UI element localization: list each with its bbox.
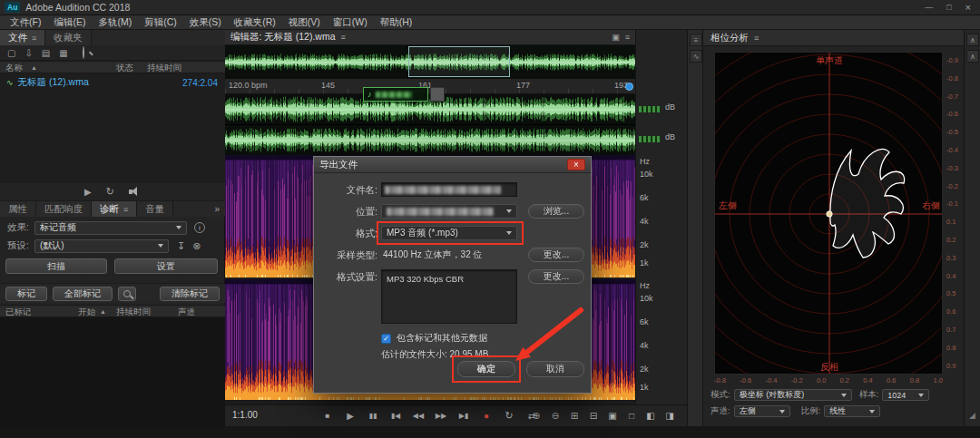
scale-select[interactable]: 线性 xyxy=(824,405,880,417)
save-preset-icon[interactable]: ↧ xyxy=(177,240,185,252)
zoom-right-edge-button[interactable]: ◨ xyxy=(662,409,677,423)
tab-diagnostics[interactable]: 诊断 ≡ xyxy=(92,201,137,217)
file-row[interactable]: ∿ 无标题 (12).wma 274:2.04 xyxy=(0,76,225,89)
freq-label-10k: 10k xyxy=(640,294,653,303)
settings-button[interactable]: 设置 xyxy=(114,258,218,274)
speaker-icon[interactable] xyxy=(129,187,141,197)
change-sample-type-button[interactable]: 更改... xyxy=(528,248,584,262)
menu-item-file[interactable]: 文件(F) xyxy=(4,16,47,29)
fast-forward-button[interactable]: ▶▶ xyxy=(433,409,449,423)
new-file-icon[interactable]: ▢ xyxy=(7,48,15,58)
tooltip-drag-handle[interactable] xyxy=(430,87,445,102)
preset-select[interactable]: (默认) xyxy=(34,239,169,253)
info-icon[interactable]: i xyxy=(194,222,205,233)
format-settings-label: 格式设置: xyxy=(316,269,377,284)
column-start[interactable]: 开始 xyxy=(78,306,95,317)
overview-selection-handle[interactable] xyxy=(408,46,510,77)
column-name[interactable]: 名称 xyxy=(5,62,23,73)
marker-list[interactable] xyxy=(0,317,225,426)
editor-options-icon[interactable]: ≡ xyxy=(625,33,630,42)
transport-buttons: ■ ▶ ▮▮ ▮◀ ◀◀ ▶▶ ▶▮ ● ↻ ⇄ xyxy=(319,409,540,423)
location-select[interactable] xyxy=(381,204,517,219)
waveform-channel-right[interactable] xyxy=(225,124,635,155)
tab-match-loudness[interactable]: 匹配响度 xyxy=(36,201,92,217)
include-markers-checkbox[interactable]: ✓ xyxy=(381,334,391,344)
panel-menu-icon[interactable]: ≡ xyxy=(123,205,128,214)
clear-marks-button[interactable]: 清除标记 xyxy=(160,287,220,301)
dialog-title-bar[interactable]: 导出文件 × xyxy=(314,157,591,173)
dock-chevron-up-icon[interactable]: ∧ xyxy=(966,50,979,63)
marker-search-button[interactable] xyxy=(118,287,136,301)
dock-chevron-up-icon[interactable]: ∧ xyxy=(966,34,979,46)
mode-select[interactable]: 极坐标 (对数标度) xyxy=(734,389,852,401)
timeline-handle-icon[interactable] xyxy=(625,83,633,91)
column-status[interactable]: 状态 xyxy=(116,62,133,73)
delete-preset-icon[interactable]: ⊗ xyxy=(192,240,201,252)
format-select[interactable]: MP3 音频 (*.mp3) xyxy=(381,226,517,240)
change-format-settings-button[interactable]: 更改... xyxy=(528,269,584,284)
zoom-out-button[interactable]: ⊖ xyxy=(548,409,563,423)
search-people-icon[interactable] xyxy=(83,47,84,58)
skip-to-start-button[interactable]: ▮◀ xyxy=(387,409,404,423)
column-duration[interactable]: 持续时间 xyxy=(147,62,181,73)
scan-button[interactable]: 扫描 xyxy=(5,258,107,274)
menu-item-multitrack[interactable]: 多轨(M) xyxy=(92,16,138,29)
pause-button[interactable]: ▮▮ xyxy=(365,409,381,423)
menu-item-view[interactable]: 视图(V) xyxy=(282,16,327,29)
panel-menu-icon[interactable]: ≡ xyxy=(32,34,36,43)
tab-properties[interactable]: 属性 xyxy=(0,201,36,217)
zoom-left-edge-button[interactable]: ◧ xyxy=(643,409,658,423)
column-marked[interactable]: 已标记 xyxy=(5,306,32,317)
samples-select[interactable]: 1024 xyxy=(882,389,929,401)
resize-grip-icon[interactable]: ◢ xyxy=(969,411,975,420)
menu-item-effects[interactable]: 效果(S) xyxy=(183,16,228,29)
zoom-selection-button[interactable]: ▣ xyxy=(605,409,620,423)
menu-item-help[interactable]: 帮助(H) xyxy=(374,16,419,29)
preview-loop-icon[interactable]: ↻ xyxy=(106,186,114,198)
zoom-out-time-button[interactable]: ⊟ xyxy=(586,409,601,423)
loop-playback-button[interactable]: ↻ xyxy=(501,409,517,423)
preview-play-icon[interactable]: ▶ xyxy=(84,187,92,197)
menu-item-window[interactable]: 窗口(W) xyxy=(327,16,374,29)
rail-wave-icon[interactable]: ∿ xyxy=(690,50,702,63)
channel-select[interactable]: 左侧 xyxy=(734,405,790,417)
maximize-button[interactable]: □ xyxy=(946,3,951,12)
browse-button[interactable]: 浏览... xyxy=(528,204,584,219)
zoom-full-button[interactable]: □ xyxy=(624,409,639,423)
panel-menu-icon[interactable]: ≡ xyxy=(754,34,759,43)
trash-icon[interactable]: ▦ xyxy=(59,48,67,58)
editor-grid-icon[interactable]: ▣ xyxy=(612,33,620,42)
effect-row: 效果: 标记音频 i xyxy=(0,219,225,237)
record-button[interactable]: ● xyxy=(478,409,495,423)
import-file-icon[interactable]: ⇩ xyxy=(24,48,32,58)
effect-select[interactable]: 标记音频 xyxy=(34,221,187,235)
minimize-button[interactable]: — xyxy=(925,3,933,12)
overview-strip[interactable] xyxy=(225,45,635,79)
tab-overflow-icon[interactable]: » xyxy=(214,204,220,214)
stop-button[interactable]: ■ xyxy=(319,409,336,423)
zoom-in-button[interactable]: ⊕ xyxy=(529,409,544,423)
play-button[interactable]: ▶ xyxy=(342,409,358,423)
rail-menu-icon[interactable]: ≡ xyxy=(690,34,702,46)
close-button[interactable]: × xyxy=(965,2,971,13)
tab-volume[interactable]: 音量 xyxy=(137,201,173,217)
panel-menu-icon[interactable]: ≡ xyxy=(341,33,346,42)
tab-files[interactable]: 文件 ≡ xyxy=(0,30,45,45)
filename-input[interactable] xyxy=(381,182,517,197)
zoom-ratio[interactable]: 1:1.00 xyxy=(232,410,258,420)
menu-item-edit[interactable]: 编辑(E) xyxy=(47,16,92,29)
column-duration[interactable]: 持续时间 xyxy=(116,306,151,317)
skip-to-end-button[interactable]: ▶▮ xyxy=(456,409,472,423)
media-browser-icon[interactable]: ▤ xyxy=(42,48,50,58)
tab-favorites[interactable]: 收藏夹 xyxy=(45,30,92,45)
zoom-in-time-button[interactable]: ⊞ xyxy=(567,409,582,423)
menu-item-favorites[interactable]: 收藏夹(R) xyxy=(228,16,282,29)
rewind-button[interactable]: ◀◀ xyxy=(410,409,426,423)
menu-item-clip[interactable]: 剪辑(C) xyxy=(138,16,183,29)
dialog-close-button[interactable]: × xyxy=(567,159,585,170)
mark-button[interactable]: 标记 xyxy=(5,287,47,301)
phase-plot[interactable]: 单声道 左侧 右侧 反相 xyxy=(714,52,943,375)
format-value: MP3 音频 (*.mp3) xyxy=(387,227,458,239)
mark-all-button[interactable]: 全部标记 xyxy=(53,287,113,301)
column-channel[interactable]: 声道 xyxy=(178,306,195,317)
